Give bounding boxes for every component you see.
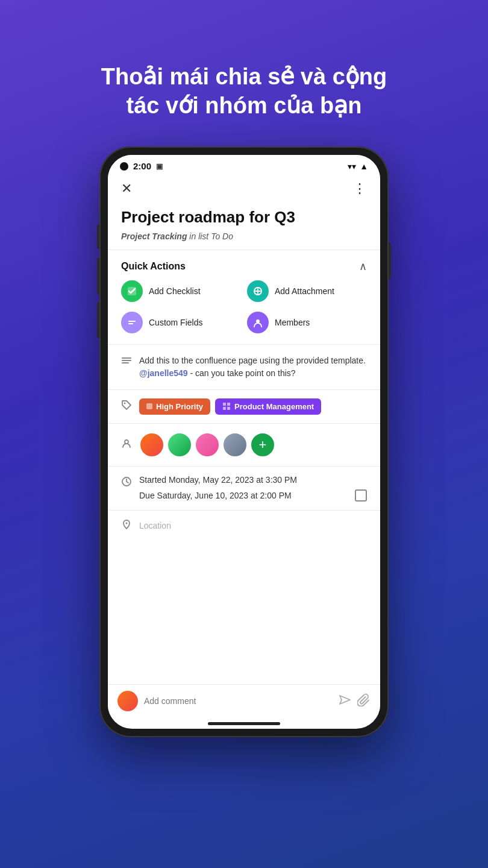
due-date-text: Due Saturday, June 10, 2023 at 2:00 PM: [139, 491, 292, 500]
quick-actions-header: Quick Actions ∧: [108, 250, 380, 280]
add-checklist-label: Add Checklist: [149, 286, 201, 296]
action-add-attachment[interactable]: Add Attachment: [247, 280, 367, 302]
description-row: Add this to the confluence page using th…: [108, 344, 380, 389]
dates-row: Started Monday, May 22, 2023 at 3:30 PM …: [108, 466, 380, 510]
home-bar: [208, 722, 280, 725]
send-comment-button[interactable]: [338, 693, 351, 709]
card-content: ✕ ⋮ Project roadmap for Q3 Project Track…: [108, 175, 380, 684]
status-time: 2:00: [133, 161, 151, 171]
svg-rect-5: [128, 323, 133, 324]
labels-row: High Priority Product Management: [108, 389, 380, 423]
volume-down-button: [97, 302, 99, 338]
svg-rect-13: [223, 407, 226, 410]
signal-icon: ▲: [360, 162, 368, 171]
avatar-3: [195, 432, 220, 458]
svg-point-17: [126, 522, 128, 524]
status-left: 2:00 ▣: [120, 161, 163, 171]
comment-bar: [108, 684, 380, 717]
avatar-4: [222, 432, 248, 458]
due-date-checkbox[interactable]: [355, 489, 367, 502]
high-priority-dot: [146, 403, 152, 409]
wifi-icon: ▾▾: [348, 162, 356, 171]
product-mgmt-icon: [222, 402, 231, 410]
attachment-icon: [247, 280, 269, 302]
custom-fields-label: Custom Fields: [149, 318, 202, 327]
top-nav: ✕ ⋮: [108, 175, 380, 201]
phone-mockup: 2:00 ▣ ▾▾ ▲ ✕ ⋮ Project roadmap for Q3 P…: [99, 146, 389, 737]
add-member-button[interactable]: +: [250, 432, 275, 458]
start-date-line: Started Monday, May 22, 2023 at 3:30 PM: [139, 475, 367, 485]
action-members[interactable]: Members: [247, 312, 367, 333]
camera-dot: [120, 162, 128, 171]
description-text: Add this to the confluence page using th…: [139, 354, 366, 380]
headline-text: Thoải mái chia sẻ và cộng tác với nhóm c…: [0, 31, 488, 120]
location-placeholder: Location: [139, 521, 171, 530]
location-row: Location: [108, 510, 380, 541]
high-priority-label: High Priority: [156, 402, 203, 411]
comment-input[interactable]: [144, 696, 332, 706]
checklist-icon: [121, 280, 143, 302]
members-row-icon: [121, 438, 132, 451]
start-date-text: Started Monday, May 22, 2023 at 3:30 PM: [139, 475, 297, 485]
action-add-checklist[interactable]: Add Checklist: [121, 280, 241, 302]
action-custom-fields[interactable]: Custom Fields: [121, 312, 241, 333]
location-icon: [121, 519, 132, 533]
close-button[interactable]: ✕: [121, 182, 132, 195]
attach-comment-button[interactable]: [357, 693, 371, 709]
due-date-line: Due Saturday, June 10, 2023 at 2:00 PM: [139, 489, 367, 502]
members-icon: [247, 312, 269, 333]
avatars-group: +: [139, 432, 275, 458]
description-mention: @janelle549: [139, 368, 188, 378]
headline-line1: Thoải mái chia sẻ và cộng: [101, 64, 387, 89]
status-bar: 2:00 ▣ ▾▾ ▲: [108, 155, 380, 175]
description-icon: [121, 356, 132, 370]
svg-rect-11: [223, 403, 226, 406]
more-button[interactable]: ⋮: [353, 181, 367, 197]
card-subtitle: Project Tracking in list To Do: [121, 231, 367, 241]
card-title: Project roadmap for Q3: [121, 207, 367, 228]
svg-point-15: [125, 440, 128, 444]
status-indicator: ▣: [156, 162, 163, 171]
date-icon: [121, 476, 132, 490]
collapse-icon[interactable]: ∧: [359, 260, 367, 273]
labels-group: High Priority Product Management: [139, 398, 321, 415]
dates-info: Started Monday, May 22, 2023 at 3:30 PM …: [139, 475, 367, 502]
headline-line2: tác với nhóm của bạn: [127, 93, 362, 118]
avatar-2: [167, 432, 192, 458]
phone-screen: 2:00 ▣ ▾▾ ▲ ✕ ⋮ Project roadmap for Q3 P…: [108, 155, 380, 729]
product-mgmt-tag[interactable]: Product Management: [215, 398, 321, 415]
custom-fields-icon: [121, 312, 143, 333]
mute-button: [97, 225, 99, 249]
high-priority-tag[interactable]: High Priority: [139, 398, 210, 415]
add-attachment-label: Add Attachment: [275, 286, 334, 296]
volume-up-button: [97, 258, 99, 294]
description-after-mention: - can you take point on this?: [188, 368, 296, 378]
status-icons: ▾▾ ▲: [348, 162, 368, 171]
members-row: +: [108, 423, 380, 466]
avatar-1: [139, 432, 164, 458]
product-mgmt-label: Product Management: [234, 402, 314, 411]
members-label: Members: [275, 318, 310, 327]
labels-icon: [121, 400, 132, 414]
svg-rect-4: [128, 321, 136, 322]
card-subtitle-mid: in list: [187, 231, 211, 241]
comment-avatar: [117, 691, 138, 711]
quick-actions-grid: Add Checklist Add Attachment Custom Fiel…: [108, 280, 380, 344]
svg-rect-14: [227, 407, 230, 410]
quick-actions-title: Quick Actions: [121, 261, 186, 272]
card-project-name: Project Tracking: [121, 231, 187, 241]
card-title-section: Project roadmap for Q3 Project Tracking …: [108, 201, 380, 250]
svg-rect-12: [227, 403, 230, 406]
power-button: [389, 243, 391, 279]
card-list-name: To Do: [211, 231, 233, 241]
description-main: Add this to the confluence page using th…: [139, 356, 366, 365]
svg-point-10: [124, 402, 126, 404]
